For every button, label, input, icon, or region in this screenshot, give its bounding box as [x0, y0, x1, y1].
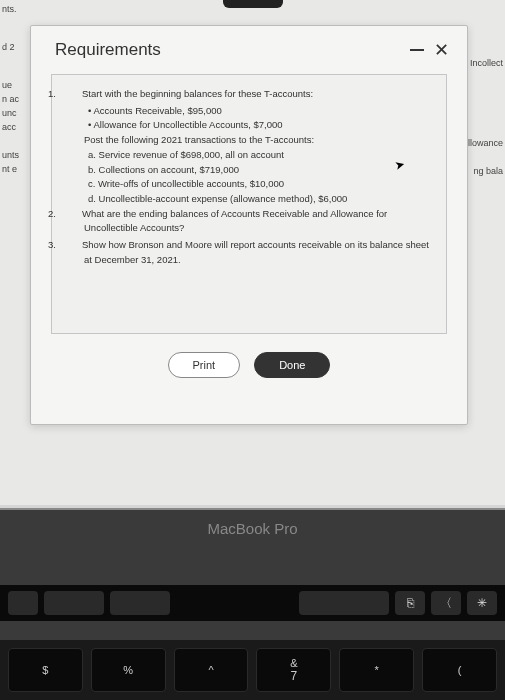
bg-fragment: unc [0, 108, 25, 118]
touchbar-item[interactable] [44, 591, 104, 615]
background-text-right: Incollect llowance ng bala [466, 40, 505, 194]
bg-fragment: unts [0, 150, 25, 160]
bg-fragment: nt e [0, 164, 25, 174]
touchbar-item[interactable] [110, 591, 170, 615]
key-9[interactable]: ( [422, 648, 497, 692]
background-text-left: nts. d 2 ue n ac unc acc unts nt e [0, 0, 25, 178]
bg-fragment: acc [0, 122, 25, 132]
bg-fragment: nts. [0, 4, 25, 14]
req-sub-a: a. Service revenue of $698,000, all on a… [88, 148, 432, 163]
keyboard-row: $ % ^ &7 * ( [0, 640, 505, 700]
bg-fragment: n ac [0, 94, 25, 104]
bg-fragment: ng bala [468, 166, 503, 176]
device-label: MacBook Pro [0, 520, 505, 537]
touch-bar: ⎘ 〈 ✳ [0, 585, 505, 621]
req-text-2: What are the ending balances of Accounts… [82, 208, 387, 234]
req-bullet-1: • Accounts Receivable, $95,000 [88, 104, 432, 119]
bg-fragment: d 2 [0, 42, 25, 52]
minimize-icon[interactable] [410, 49, 424, 51]
key-5[interactable]: % [91, 648, 166, 692]
req-sub-d: d. Uncollectible-account expense (allowa… [88, 192, 432, 207]
modal-footer: Print Done [31, 352, 467, 378]
touchbar-esc[interactable] [8, 591, 38, 615]
touchbar-copy-icon[interactable]: ⎘ [395, 591, 425, 615]
bg-fragment: Incollect [468, 58, 503, 68]
req-sub-b: b. Collections on account, $719,000 [88, 163, 432, 178]
req-bullet-2: • Allowance for Uncollectible Accounts, … [88, 118, 432, 133]
req-text-1: Start with the beginning balances for th… [82, 88, 313, 99]
req-number-2: 2. [66, 207, 82, 222]
screen-notch [223, 0, 283, 8]
key-8[interactable]: * [339, 648, 414, 692]
req-number-1: 1. [66, 87, 82, 102]
req-text-3: Show how Bronson and Moore will report a… [82, 239, 429, 265]
touchbar-back-icon[interactable]: 〈 [431, 591, 461, 615]
print-button[interactable]: Print [168, 352, 241, 378]
req-sub-c: c. Write-offs of uncollectible accounts,… [88, 177, 432, 192]
req-post-line: Post the following 2021 transactions to … [84, 133, 432, 148]
req-number-3: 3. [66, 238, 82, 253]
touchbar-item[interactable] [299, 591, 389, 615]
done-button[interactable]: Done [254, 352, 330, 378]
key-6[interactable]: ^ [174, 648, 249, 692]
modal-title: Requirements [55, 40, 161, 60]
requirements-modal: Requirements ✕ 1.Start with the beginnin… [30, 25, 468, 425]
modal-header: Requirements ✕ [31, 26, 467, 68]
modal-body: 1.Start with the beginning balances for … [51, 74, 447, 334]
bg-fragment: llowance [468, 138, 503, 148]
key-4[interactable]: $ [8, 648, 83, 692]
touchbar-brightness-icon[interactable]: ✳ [467, 591, 497, 615]
close-icon[interactable]: ✕ [434, 41, 449, 59]
bg-fragment: ue [0, 80, 25, 90]
key-7[interactable]: &7 [256, 648, 331, 692]
